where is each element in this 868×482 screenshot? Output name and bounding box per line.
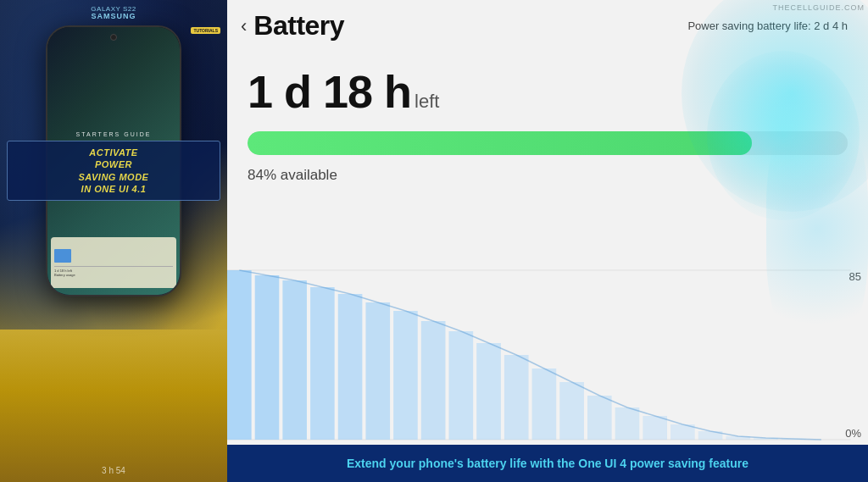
activate-box: ACTIVATEPOWERSAVING MODEIN ONE UI 4.1 xyxy=(7,141,220,201)
tutorials-badge: TUTORIALS xyxy=(191,27,220,34)
svg-rect-3 xyxy=(255,275,280,440)
svg-rect-15 xyxy=(587,396,612,440)
svg-rect-16 xyxy=(615,407,640,440)
battery-bar-outer xyxy=(248,131,848,155)
battery-percentage-text: 84% available xyxy=(227,162,868,184)
left-bottom-timer: 3 h 54 xyxy=(0,466,227,475)
svg-rect-4 xyxy=(282,280,307,440)
bottom-bar: Extend your phone's battery life with th… xyxy=(227,445,868,482)
svg-rect-5 xyxy=(310,287,335,440)
battery-bar-container xyxy=(227,121,868,162)
starters-guide: STARTERS GUIDE ACTIVATEPOWERSAVING MODEI… xyxy=(7,131,220,201)
svg-rect-7 xyxy=(365,302,390,440)
y-label-bottom: 0% xyxy=(845,427,861,440)
y-label-top: 85 xyxy=(849,270,861,283)
svg-rect-2 xyxy=(227,270,252,440)
samsung-logo: SAMSUNG xyxy=(7,12,220,20)
svg-rect-8 xyxy=(393,311,418,440)
svg-rect-12 xyxy=(504,355,529,440)
svg-rect-14 xyxy=(559,382,584,440)
back-button[interactable]: ‹ xyxy=(241,15,247,37)
gold-bar xyxy=(0,330,227,482)
svg-rect-11 xyxy=(476,343,501,440)
right-panel: THECELLGUIDE.COM ‹ Battery Power saving … xyxy=(227,0,868,482)
starters-guide-label: STARTERS GUIDE xyxy=(7,131,220,137)
svg-rect-6 xyxy=(338,294,363,440)
svg-rect-10 xyxy=(449,331,474,440)
battery-chart xyxy=(227,262,868,448)
svg-rect-9 xyxy=(421,321,446,440)
power-saving-label: Power saving battery life: 2 d 4 h xyxy=(687,19,848,32)
svg-rect-13 xyxy=(532,368,557,440)
page-title: Battery xyxy=(253,10,344,42)
chart-area: 85 0% xyxy=(227,262,868,448)
phone-mini-ui: 1 d 18 h left Battery usage xyxy=(51,237,176,288)
activate-text: ACTIVATEPOWERSAVING MODEIN ONE UI 4.1 xyxy=(11,147,216,195)
battery-bar-inner xyxy=(248,131,752,155)
left-panel: SAMSUNG GALAXY S22 TUTORIALS 1 d 18 h le… xyxy=(0,0,227,482)
watermark: THECELLGUIDE.COM xyxy=(772,3,865,12)
time-left-label: left xyxy=(415,91,439,112)
phone-camera xyxy=(110,34,117,41)
time-remaining-value: 1 d 18 h xyxy=(248,66,411,117)
header-left: ‹ Battery xyxy=(241,10,344,42)
svg-rect-17 xyxy=(643,416,667,440)
bottom-bar-text: Extend your phone's battery life with th… xyxy=(347,457,748,470)
time-remaining-section: 1 d 18 hleft xyxy=(227,48,868,121)
